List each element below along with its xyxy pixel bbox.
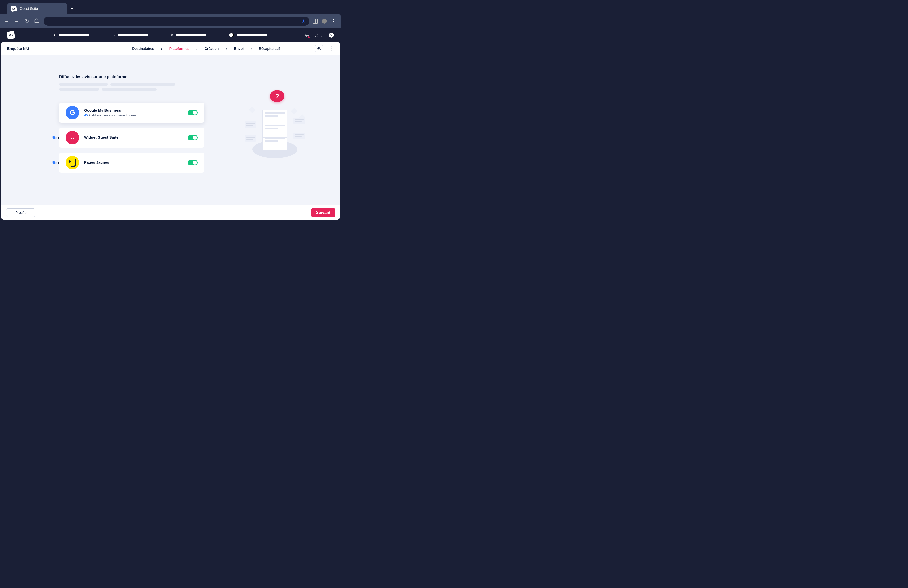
impact-count: 45 (52, 160, 56, 165)
stepper: Destinataires › Plateformes › Création ›… (97, 47, 315, 50)
google-icon: G (66, 106, 79, 119)
chevron-right-icon: › (196, 47, 198, 50)
pin-icon: ⎈ (171, 33, 173, 37)
footer-bar: ← Précédent Suivant (1, 205, 340, 220)
user-menu[interactable]: ⌄ (315, 33, 324, 37)
platform-row-pages-jaunes: 45 établissements seront impactés. Pages… (59, 153, 204, 173)
next-button[interactable]: Suivant (311, 208, 335, 217)
help-icon[interactable]: ? (329, 32, 334, 37)
address-bar[interactable]: ★ (43, 16, 309, 26)
forward-icon[interactable]: → (13, 18, 20, 24)
page-menu-icon[interactable]: ⋮ (328, 48, 334, 49)
notifications-icon[interactable] (304, 32, 309, 38)
card-icon: ▭ (111, 33, 115, 37)
app-content: Enquête N°3 Destinataires › Plateformes … (1, 42, 340, 220)
bookmark-star-icon[interactable]: ★ (301, 18, 305, 24)
pages-jaunes-icon (66, 156, 79, 169)
platform-texts: Widget Guest Suite (84, 135, 183, 140)
step-envoi[interactable]: Envoi (234, 47, 243, 50)
topnav-right: ⌄ ? (304, 32, 334, 38)
tab-title: Guest Suite (19, 6, 58, 11)
topnav-items: ✦ ▭ ⎈ 💬 (27, 33, 293, 37)
eye-icon (317, 46, 321, 51)
sub-header: Enquête N°3 Destinataires › Plateformes … (1, 42, 340, 55)
browser-menu-icon[interactable]: ⋮ (331, 20, 336, 22)
notification-dot (308, 36, 309, 38)
chevron-right-icon: › (251, 47, 252, 50)
previous-label: Précédent (15, 210, 31, 215)
topnav-item-4[interactable]: 💬 (229, 33, 267, 37)
platform-row-google: G Google My Business 45 établissements s… (59, 103, 204, 122)
question-bubble-icon: ? (270, 90, 284, 102)
previous-button[interactable]: ← Précédent (6, 208, 35, 217)
svg-point-0 (316, 34, 317, 35)
platform-card: G Google My Business 45 établissements s… (59, 103, 204, 122)
message-icon: 💬 (229, 33, 234, 37)
step-destinataires[interactable]: Destinataires (132, 47, 154, 50)
platform-toggle[interactable] (188, 135, 198, 140)
chevron-right-icon: › (226, 47, 227, 50)
topnav-item-3[interactable]: ⎈ (171, 33, 206, 37)
platform-texts: Google My Business 45 établissements son… (84, 108, 183, 117)
sub-header-actions: ⋮ (315, 45, 334, 52)
platform-toggle[interactable] (188, 110, 198, 115)
page-title: Enquête N°3 (7, 46, 97, 50)
topnav-item-1[interactable]: ✦ (53, 33, 89, 37)
home-icon[interactable] (34, 18, 40, 24)
browser-chrome: Gs Guest Suite × + ← → ↻ ★ ⋮ (0, 0, 341, 28)
platform-row-widget-gs: 45 établissements seront impactés. Gs Wi… (59, 128, 204, 148)
chevron-down-icon: ⌄ (320, 33, 324, 37)
new-tab-button[interactable]: + (67, 3, 77, 14)
chat-star-icon: ✦ (53, 33, 56, 37)
platform-name: Google My Business (84, 108, 183, 112)
tab-favicon: Gs (11, 5, 17, 12)
close-icon[interactable]: × (61, 6, 63, 11)
browser-right-controls: ⋮ (313, 19, 337, 24)
arrow-left-icon: ← (10, 210, 13, 215)
platform-name: Pages Jaunes (84, 160, 183, 164)
section-heading: Diffusez les avis sur une plateforme (59, 74, 204, 79)
tab-bar: Gs Guest Suite × + (0, 0, 341, 14)
chevron-right-icon: › (161, 47, 163, 50)
reload-icon[interactable]: ↻ (24, 18, 30, 24)
platform-card: Pages Jaunes (59, 153, 204, 173)
next-label: Suivant (316, 210, 330, 215)
back-icon[interactable]: ← (3, 18, 10, 24)
platform-card: Gs Widget Guest Suite (59, 128, 204, 148)
guest-suite-icon: Gs (66, 131, 79, 144)
platforms-section: Diffusez les avis sur une plateforme G G… (59, 74, 204, 173)
platform-texts: Pages Jaunes (84, 160, 183, 165)
step-recapitulatif[interactable]: Récapitulatif (259, 47, 280, 50)
platform-name: Widget Guest Suite (84, 135, 183, 139)
side-panel-icon[interactable] (313, 19, 318, 24)
platform-sub-suffix: établissements sont sélectionnés. (89, 113, 137, 117)
section-description-placeholder (59, 83, 204, 90)
browser-toolbar: ← → ↻ ★ ⋮ (0, 14, 341, 28)
step-creation[interactable]: Création (205, 47, 219, 50)
topnav-item-2[interactable]: ▭ (111, 33, 148, 37)
platform-count: 45 (84, 113, 88, 117)
step-plateformes[interactable]: Plateformes (169, 47, 190, 50)
svg-point-1 (319, 48, 320, 49)
app-topnav: Gs ✦ ▭ ⎈ 💬 ⌄ ? (0, 28, 341, 42)
platform-subtext: 45 établissements sont sélectionnés. (84, 113, 183, 117)
browser-tab[interactable]: Gs Guest Suite × (7, 3, 67, 14)
preview-button[interactable] (315, 45, 324, 52)
profile-avatar-icon[interactable] (322, 19, 327, 24)
platform-list: G Google My Business 45 établissements s… (59, 103, 204, 173)
app-logo[interactable]: Gs (6, 31, 15, 39)
impact-count: 45 (52, 135, 56, 140)
main: Diffusez les avis sur une plateforme G G… (1, 55, 340, 205)
platform-toggle[interactable] (188, 160, 198, 165)
illustration: ? (242, 88, 307, 162)
